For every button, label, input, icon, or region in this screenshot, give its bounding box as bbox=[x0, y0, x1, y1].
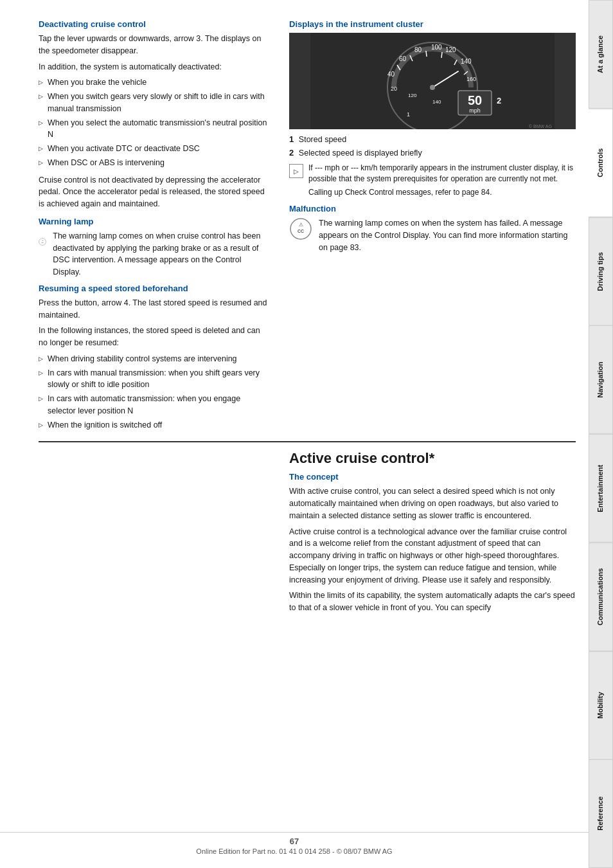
bullet-item: When driving stability control systems a… bbox=[39, 353, 270, 365]
malfunction-icon: ⚠ CC bbox=[289, 217, 312, 240]
deactivating-para3: Cruise control is not deactivated by dep… bbox=[39, 174, 270, 210]
resuming-para1: Press the button, arrow 4. The last stor… bbox=[39, 297, 270, 321]
svg-text:⚠: ⚠ bbox=[42, 239, 44, 241]
svg-text:160: 160 bbox=[466, 76, 476, 82]
sidebar-tab-at-a-glance[interactable]: At a glance bbox=[589, 0, 613, 109]
note-text2: Calling up Check Control messages, refer… bbox=[308, 187, 576, 198]
bullet-item: When you switch gears very slowly or shi… bbox=[39, 91, 270, 115]
sidebar: At a glance Controls Driving tips Naviga… bbox=[589, 0, 613, 868]
page-number: 67 bbox=[0, 836, 589, 846]
warning-lamp-text: The warning lamp comes on when cruise co… bbox=[53, 230, 270, 278]
item1-num: 1 bbox=[289, 134, 294, 144]
resuming-para2: In the following instances, the stored s… bbox=[39, 325, 270, 349]
item2-num: 2 bbox=[289, 148, 294, 158]
acc-para2: Active cruise control is a technological… bbox=[289, 526, 576, 586]
svg-text:120: 120 bbox=[408, 93, 417, 98]
sidebar-tab-driving-tips[interactable]: Driving tips bbox=[589, 217, 613, 326]
displays-heading: Displays in the instrument cluster bbox=[289, 19, 576, 29]
deactivating-heading: Deactivating cruise control bbox=[39, 19, 270, 29]
cluster-item-2: 2 Selected speed is displayed briefly bbox=[289, 148, 576, 158]
sidebar-tab-communications[interactable]: Communications bbox=[589, 543, 613, 651]
item2-label: Selected speed is displayed briefly bbox=[299, 149, 422, 158]
svg-text:20: 20 bbox=[391, 86, 397, 92]
acc-para3: Within the limits of its capability, the… bbox=[289, 590, 576, 614]
svg-text:40: 40 bbox=[387, 71, 395, 78]
note-content: If --- mph or --- km/h temporarily appea… bbox=[308, 163, 576, 197]
deactivating-para1: Tap the lever upwards or downwards, arro… bbox=[39, 33, 270, 57]
content-wrapper: Deactivating cruise control Tap the leve… bbox=[39, 19, 576, 618]
svg-line-7 bbox=[426, 51, 427, 57]
main-content: Deactivating cruise control Tap the leve… bbox=[0, 0, 589, 868]
item1-label: Stored speed bbox=[299, 135, 346, 144]
svg-text:CC: CC bbox=[41, 242, 44, 244]
acc-section: Active cruise control* The concept With … bbox=[39, 450, 576, 618]
svg-text:1: 1 bbox=[407, 111, 410, 118]
bullet-item: In cars with manual transmission: when y… bbox=[39, 367, 270, 392]
sidebar-tab-mobility[interactable]: Mobility bbox=[589, 651, 613, 760]
left-column: Deactivating cruise control Tap the leve… bbox=[39, 19, 270, 436]
acc-two-col: Active cruise control* The concept With … bbox=[39, 450, 576, 618]
svg-text:2: 2 bbox=[497, 96, 501, 105]
acc-left bbox=[39, 450, 270, 618]
svg-text:80: 80 bbox=[414, 46, 422, 53]
deactivating-section: Deactivating cruise control Tap the leve… bbox=[39, 19, 270, 210]
bullet-item: When you activate DTC or deactivate DSC bbox=[39, 143, 270, 155]
right-column: Displays in the instrument cluster bbox=[289, 19, 576, 436]
note-text: If --- mph or --- km/h temporarily appea… bbox=[308, 163, 576, 185]
sidebar-tab-navigation[interactable]: Navigation bbox=[589, 325, 613, 434]
note-box: ▷ If --- mph or --- km/h temporarily app… bbox=[289, 163, 576, 197]
resuming-bullets: When driving stability control systems a… bbox=[39, 353, 270, 431]
sidebar-tab-reference[interactable]: Reference bbox=[589, 759, 613, 868]
resuming-section: Resuming a speed stored beforehand Press… bbox=[39, 284, 270, 431]
svg-text:50: 50 bbox=[468, 93, 482, 107]
cluster-svg: 40 60 80 100 120 140 20 160 120 140 bbox=[289, 33, 576, 129]
warning-lamp-heading: Warning lamp bbox=[39, 217, 270, 226]
footer-text: Online Edition for Part no. 01 41 0 014 … bbox=[0, 847, 589, 855]
section-divider bbox=[39, 441, 576, 442]
svg-text:60: 60 bbox=[399, 55, 407, 62]
resuming-heading: Resuming a speed stored beforehand bbox=[39, 284, 270, 293]
bullet-item: In cars with automatic transmission: whe… bbox=[39, 393, 270, 417]
svg-text:© BMW AG: © BMW AG bbox=[529, 124, 552, 129]
svg-text:100: 100 bbox=[431, 44, 442, 51]
acc-title: Active cruise control* bbox=[289, 450, 576, 467]
svg-text:⚠: ⚠ bbox=[299, 222, 303, 228]
svg-text:140: 140 bbox=[432, 99, 441, 105]
warning-lamp-section: Warning lamp ⚠ CC The warning lamp comes… bbox=[39, 217, 270, 278]
acc-right: Active cruise control* The concept With … bbox=[289, 450, 576, 618]
svg-text:mph: mph bbox=[469, 107, 481, 114]
malfunction-box: ⚠ CC The warning lamp comes on when the … bbox=[289, 217, 576, 253]
sidebar-tab-controls[interactable]: Controls bbox=[589, 109, 613, 217]
deactivating-para2: In addition, the system is automatically… bbox=[39, 61, 270, 73]
malfunction-section: Malfunction ⚠ CC The warning lamp comes … bbox=[289, 204, 576, 253]
svg-text:140: 140 bbox=[461, 58, 472, 65]
malfunction-heading: Malfunction bbox=[289, 204, 576, 213]
acc-para1: With active cruise control, you can sele… bbox=[289, 485, 576, 521]
sidebar-tab-entertainment[interactable]: Entertainment bbox=[589, 434, 613, 543]
svg-text:CC: CC bbox=[298, 229, 304, 233]
svg-text:120: 120 bbox=[445, 46, 456, 53]
warning-lamp-icon: ⚠ CC bbox=[39, 230, 46, 253]
svg-line-8 bbox=[441, 52, 442, 58]
instrument-cluster-image: 40 60 80 100 120 140 20 160 120 140 bbox=[289, 33, 576, 129]
acc-concept-heading: The concept bbox=[289, 472, 576, 482]
deactivating-bullets: When you brake the vehicle When you swit… bbox=[39, 77, 270, 168]
cluster-item-1: 1 Stored speed bbox=[289, 134, 576, 144]
bullet-item: When you brake the vehicle bbox=[39, 77, 270, 89]
footer: 67 Online Edition for Part no. 01 41 0 0… bbox=[0, 832, 589, 855]
top-section: Deactivating cruise control Tap the leve… bbox=[39, 19, 576, 436]
note-triangle-icon: ▷ bbox=[289, 164, 303, 178]
svg-point-22 bbox=[430, 85, 435, 90]
displays-section: Displays in the instrument cluster bbox=[289, 19, 576, 197]
bullet-item: When you select the automatic transmissi… bbox=[39, 117, 270, 141]
warning-lamp-container: ⚠ CC The warning lamp comes on when crui… bbox=[39, 230, 270, 278]
bullet-item: When DSC or ABS is intervening bbox=[39, 157, 270, 169]
malfunction-text: The warning lamp comes on when the syste… bbox=[319, 217, 576, 253]
bullet-item: When the ignition is switched off bbox=[39, 419, 270, 431]
